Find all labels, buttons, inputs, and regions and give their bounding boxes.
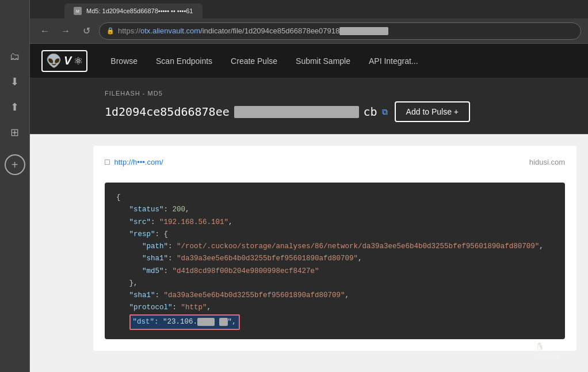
nav-browse[interactable]: Browse: [110, 56, 138, 66]
browser-toolbar: ← → ↺ 🔒 https://otx.alienvault.com/indic…: [30, 18, 588, 44]
sidebar-icon-3[interactable]: ⬆: [5, 97, 25, 117]
content-inner: □ http://h•••.com/ hidusi.com { "status"…: [93, 146, 576, 351]
json-line-dst: "dst": "23.106.████ ██",: [116, 314, 553, 330]
json-line-path: "path": "/root/.cuckoo/storage/analyses/…: [116, 241, 553, 253]
url-link[interactable]: http://h•••.com/: [114, 158, 163, 166]
add-to-pulse-button[interactable]: Add to Pulse +: [395, 101, 470, 122]
browser-sidebar: 🗂 ⬇ ⬆ ⊞ +: [0, 0, 30, 372]
filehash-value-row: 1d2094ce85d66878ee████████████████████cb…: [105, 101, 571, 122]
content-area: □ http://h•••.com/ hidusi.com { "status"…: [30, 134, 588, 372]
json-line-resp: "resp": {: [116, 229, 553, 241]
page-header: FILEHASH - MD5 1d2094ce85d66878ee███████…: [30, 78, 588, 134]
logo-box: 👽 V ⚛: [41, 50, 87, 72]
tab-bar: M Md5: 1d2094ce85d66878••••• •• ••••61: [30, 0, 588, 18]
nav-create-pulse[interactable]: Create Pulse: [231, 56, 277, 66]
filehash-hash: 1d2094ce85d66878ee████████████████████cb…: [105, 105, 388, 119]
hash-suffix: cb: [364, 105, 377, 119]
sidebar-icon-4[interactable]: ⊞: [5, 122, 25, 143]
tab-favicon: M: [74, 7, 82, 15]
forward-button[interactable]: →: [58, 23, 74, 39]
json-line-md5: "md5": "d41d8cd98f00b204e9800998ecf8427e…: [116, 265, 553, 278]
url-left: □ http://h•••.com/: [105, 157, 163, 166]
address-text: https://otx.alienvault.com/indicator/fil…: [118, 26, 574, 35]
alien-icon: 👽: [46, 54, 62, 69]
nav-submit-sample[interactable]: Submit Sample: [296, 56, 350, 66]
collapse-icon[interactable]: □: [105, 157, 109, 166]
json-line-status: "status": 200,: [116, 204, 553, 216]
filehash-label: FILEHASH - MD5: [105, 90, 571, 97]
json-line-protocol: "protocol": "http",: [116, 302, 553, 314]
svg-text:M: M: [76, 9, 79, 13]
nav-links: Browse Scan Endpoints Create Pulse Submi…: [110, 56, 576, 66]
hash-redacted: ████████████████████: [234, 106, 359, 118]
json-line-resp-close: },: [116, 278, 553, 290]
page-wrapper: 👽 V ⚛ Browse Scan Endpoints Create Pulse…: [30, 44, 588, 372]
back-button[interactable]: ←: [37, 23, 53, 39]
logo-v: V: [64, 54, 71, 67]
json-line-sha1: "sha1": "da39a3ee5e6b4b0d3255bfef9560189…: [116, 290, 553, 302]
json-line-brace-open: {: [116, 192, 553, 204]
json-line-sha1-nested: "sha1": "da39a3ee5e6b4b0d3255bfef9560189…: [116, 253, 553, 265]
copy-icon[interactable]: ⧉: [382, 107, 388, 117]
nav-api-integrations[interactable]: API Integrat...: [369, 56, 418, 66]
tab-title: Md5: 1d2094ce85d66878••••• •• ••••61: [86, 7, 193, 14]
url-row: □ http://h•••.com/ hidusi.com: [105, 157, 565, 173]
url-domain: hidusi.com: [529, 158, 565, 166]
lock-icon: 🔒: [106, 27, 114, 35]
active-tab[interactable]: M Md5: 1d2094ce85d66878••••• •• ••••61: [64, 3, 203, 18]
atom-icon: ⚛: [74, 55, 83, 67]
reload-button[interactable]: ↺: [78, 23, 94, 39]
sidebar-icon-2[interactable]: ⬇: [5, 71, 25, 92]
otx-logo: 👽 V ⚛: [41, 50, 87, 72]
json-line-src: "src": "192.168.56.101",: [116, 217, 553, 229]
sidebar-icon-1[interactable]: 🗂: [5, 46, 25, 67]
address-bar[interactable]: 🔒 https://otx.alienvault.com/indicator/f…: [99, 22, 581, 40]
otx-nav: 👽 V ⚛ Browse Scan Endpoints Create Pulse…: [30, 44, 588, 78]
hash-prefix: 1d2094ce85d66878ee: [105, 105, 230, 119]
sidebar-add-button[interactable]: +: [5, 154, 25, 175]
json-block: { "status": 200, "src": "192.168.56.101"…: [105, 183, 565, 339]
nav-scan-endpoints[interactable]: Scan Endpoints: [156, 56, 212, 66]
